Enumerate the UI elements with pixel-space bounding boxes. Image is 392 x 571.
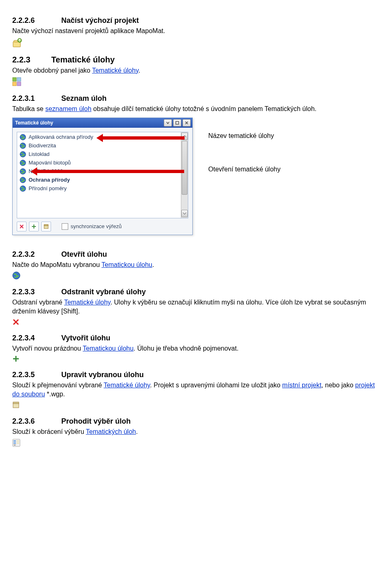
callout-text-name: Název tematické úlohy xyxy=(208,132,274,140)
link-local-project[interactable]: místní projekt xyxy=(282,382,321,389)
globe-icon xyxy=(20,168,26,175)
svg-rect-16 xyxy=(44,224,48,226)
list-item[interactable]: Ochrana přírody xyxy=(17,176,188,184)
add-task-button[interactable] xyxy=(29,222,39,231)
body-2235: Slouží k přejmenování vybrané Tematické … xyxy=(12,381,380,398)
list-item[interactable]: Přírodní poměry xyxy=(17,184,188,193)
link-task-list[interactable]: seznamem úloh xyxy=(45,105,91,112)
link-thematic-tasks-2[interactable]: Tematické úlohy xyxy=(64,299,111,306)
body-2236: Slouží k obrácení výběru Tematických úlo… xyxy=(12,427,380,436)
callout-arrow-open xyxy=(31,167,184,176)
body-2232: Načte do MapoMatu vybranou Tematickou úl… xyxy=(12,260,380,269)
link-thematic-task[interactable]: Tematickou úlohu xyxy=(102,261,153,268)
panel-titlebar: Tematické úlohy xyxy=(13,118,192,128)
svg-rect-3 xyxy=(13,78,16,81)
body-2234: Vytvoří novou prázdnou Tematickou úlohu.… xyxy=(12,344,380,353)
globe-icon xyxy=(20,177,26,183)
svg-rect-22 xyxy=(13,442,16,444)
heading-2226: 2.2.2.6 Načíst výchozí projekt xyxy=(12,16,380,25)
heading-223: 2.2.3 Tematické úlohy xyxy=(12,55,380,64)
body-223: Otevře obdobný panel jako Tematické úloh… xyxy=(12,66,380,75)
list-item[interactable]: Listoklad xyxy=(17,150,188,159)
load-default-project-icon xyxy=(12,38,380,48)
thematic-tasks-grid-icon xyxy=(12,77,380,86)
sync-label: synchronizace výřezů xyxy=(71,223,122,229)
svg-rect-6 xyxy=(17,82,21,86)
globe-icon xyxy=(20,185,26,192)
heading-2231: 2.2.3.1 Seznam úloh xyxy=(12,94,380,103)
body-2233: Odstraní vybrané Tematické úlohy. Ulohy … xyxy=(12,298,380,315)
heading-2232: 2.2.3.2 Otevřít úlohu xyxy=(12,250,380,259)
panel-figure: Tematické úlohy Aplikovaná ochrana př xyxy=(12,118,380,242)
create-task-icon xyxy=(12,355,380,362)
delete-task-button[interactable] xyxy=(17,222,27,231)
maximize-button[interactable] xyxy=(173,119,181,127)
svg-rect-7 xyxy=(176,121,179,124)
svg-rect-4 xyxy=(17,78,21,81)
swap-selection-icon xyxy=(12,439,380,447)
panel-title: Tematické úlohy xyxy=(15,120,53,126)
list-item[interactable]: Mapování biotopů xyxy=(17,159,188,167)
sync-checkbox[interactable] xyxy=(62,223,68,230)
svg-rect-18 xyxy=(13,403,19,408)
link-thematic-task-2[interactable]: Tematickou úlohu xyxy=(83,345,134,352)
list-item[interactable]: Biodiverzita xyxy=(17,142,188,150)
link-thematic-tasks[interactable]: Tematické úlohy xyxy=(92,67,138,74)
svg-rect-19 xyxy=(13,402,19,404)
callout-arrow-name xyxy=(96,134,185,142)
scroll-down-icon[interactable] xyxy=(181,210,188,217)
remove-task-icon xyxy=(12,318,380,326)
svg-rect-1 xyxy=(14,40,18,42)
svg-rect-23 xyxy=(17,440,19,442)
heading-2235: 2.2.3.5 Upravit vybranou úlohu xyxy=(12,371,380,379)
heading-2233: 2.2.3.3 Odstranit vybrané úlohy xyxy=(12,288,380,296)
edit-task-icon xyxy=(12,401,380,409)
link-thematic-task-3[interactable]: Tematické úlohy xyxy=(104,382,150,389)
globe-icon xyxy=(20,151,26,158)
svg-rect-24 xyxy=(17,442,19,444)
callout-text-open: Otevření tematické úlohy xyxy=(208,166,281,173)
minimize-button[interactable] xyxy=(164,119,172,127)
open-task-globe-icon xyxy=(12,271,380,280)
globe-icon xyxy=(20,160,26,166)
heading-2234: 2.2.3.4 Vytvořit úlohu xyxy=(12,334,380,342)
edit-task-button[interactable] xyxy=(41,222,51,231)
svg-rect-5 xyxy=(13,82,16,86)
svg-rect-21 xyxy=(13,440,16,442)
globe-icon xyxy=(20,134,26,140)
link-thematic-tasks-3[interactable]: Tematických úloh xyxy=(86,428,136,435)
close-button[interactable] xyxy=(183,119,191,127)
heading-2236: 2.2.3.6 Prohodit výběr úloh xyxy=(12,417,380,426)
panel-toolbar: synchronizace výřezů xyxy=(17,222,188,231)
body-2226: Načte výchozí nastavení projektů aplikac… xyxy=(12,27,380,36)
globe-icon xyxy=(20,142,26,149)
body-2231: Tabulka se seznamem úloh obsahuje dílčí … xyxy=(12,104,380,113)
